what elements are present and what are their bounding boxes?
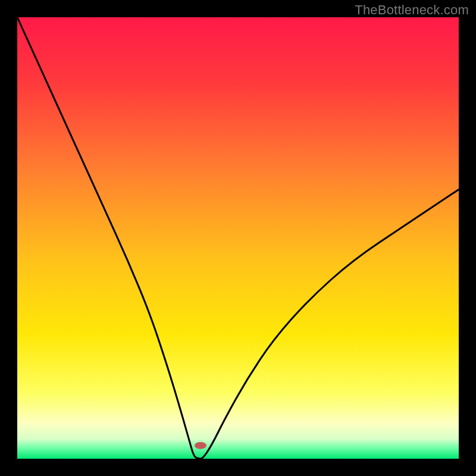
gradient-background <box>17 17 459 459</box>
plot-area <box>17 17 459 459</box>
optimal-marker-icon <box>195 442 206 449</box>
chart-svg <box>17 17 459 459</box>
chart-frame: TheBottleneck.com <box>0 0 476 476</box>
watermark-text: TheBottleneck.com <box>355 2 469 18</box>
